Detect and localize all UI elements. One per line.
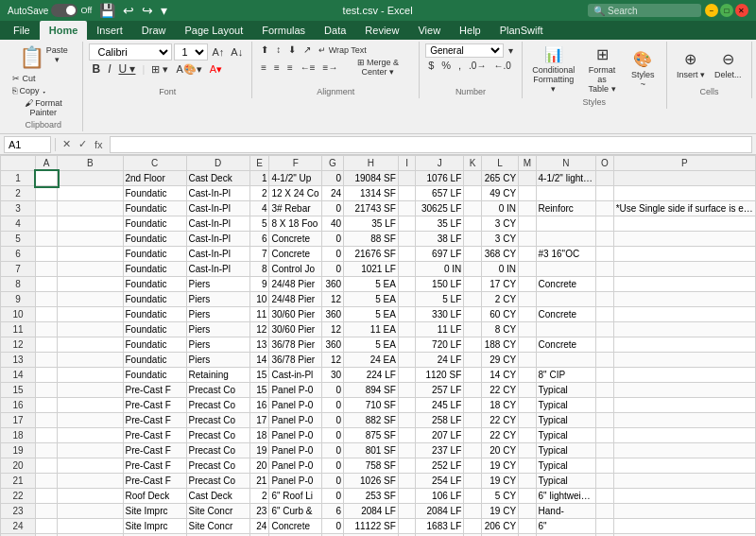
cell-K14[interactable] bbox=[464, 368, 482, 383]
tab-formulas[interactable]: Formulas bbox=[252, 21, 315, 40]
cell-K12[interactable] bbox=[464, 337, 482, 353]
close-button[interactable]: ✕ bbox=[735, 4, 748, 17]
cell-I23[interactable] bbox=[398, 504, 416, 519]
cell-O16[interactable] bbox=[596, 398, 614, 413]
col-F[interactable]: F bbox=[269, 156, 322, 171]
cell-K18[interactable] bbox=[464, 428, 482, 443]
cell-I17[interactable] bbox=[398, 413, 416, 428]
col-E[interactable]: E bbox=[249, 156, 269, 171]
cell-J15[interactable]: 257 LF bbox=[416, 383, 464, 398]
cell-D11[interactable]: Piers bbox=[186, 322, 249, 337]
cell-I14[interactable] bbox=[398, 368, 416, 383]
comma-button[interactable]: , bbox=[455, 59, 464, 72]
cell-A12[interactable] bbox=[36, 337, 58, 353]
cell-O23[interactable] bbox=[596, 504, 614, 519]
cell-O5[interactable] bbox=[596, 232, 614, 247]
cell-E24[interactable]: 24 bbox=[249, 519, 269, 534]
cell-I2[interactable] bbox=[398, 186, 416, 201]
cell-M10[interactable] bbox=[519, 307, 537, 322]
font-size-select[interactable]: 11 bbox=[174, 43, 208, 61]
cell-C15[interactable]: Pre-Cast F bbox=[123, 383, 186, 398]
cell-A6[interactable] bbox=[36, 247, 58, 262]
cell-J2[interactable]: 657 LF bbox=[416, 186, 464, 201]
tab-planswift[interactable]: PlanSwift bbox=[490, 21, 553, 40]
cell-B3[interactable] bbox=[58, 201, 123, 216]
cell-P10[interactable] bbox=[613, 307, 755, 322]
cell-M17[interactable] bbox=[519, 413, 537, 428]
col-O[interactable]: O bbox=[596, 156, 614, 171]
cell-C10[interactable]: Foundatic bbox=[123, 307, 186, 322]
cell-M7[interactable] bbox=[519, 262, 537, 277]
cell-C6[interactable]: Foundatic bbox=[123, 247, 186, 262]
cell-O24[interactable] bbox=[596, 519, 614, 534]
cell-P23[interactable] bbox=[613, 504, 755, 519]
cell-B15[interactable] bbox=[58, 383, 123, 398]
cell-H8[interactable]: 5 EA bbox=[344, 277, 399, 292]
cell-H22[interactable]: 253 SF bbox=[344, 489, 399, 504]
col-N[interactable]: N bbox=[536, 156, 596, 171]
cell-I7[interactable] bbox=[398, 262, 416, 277]
row-header-11[interactable]: 11 bbox=[1, 322, 36, 337]
cell-K15[interactable] bbox=[464, 383, 482, 398]
cell-B7[interactable] bbox=[58, 262, 123, 277]
row-header-20[interactable]: 20 bbox=[1, 458, 36, 474]
cell-E15[interactable]: 15 bbox=[249, 383, 269, 398]
cell-D10[interactable]: Piers bbox=[186, 307, 249, 322]
cell-N11[interactable] bbox=[536, 322, 596, 337]
cell-I10[interactable] bbox=[398, 307, 416, 322]
decrease-indent-button[interactable]: ←≡ bbox=[298, 61, 318, 74]
cell-L12[interactable]: 188 CY bbox=[481, 337, 518, 353]
cell-F1[interactable]: 4-1/2" Up bbox=[269, 171, 322, 186]
cell-L19[interactable]: 20 CY bbox=[481, 443, 518, 458]
cell-O10[interactable] bbox=[596, 307, 614, 322]
cell-L17[interactable]: 22 CY bbox=[481, 413, 518, 428]
col-K[interactable]: K bbox=[464, 156, 482, 171]
cell-N14[interactable]: 8" CIP bbox=[536, 368, 596, 383]
cell-C12[interactable]: Foundatic bbox=[123, 337, 186, 353]
cell-J20[interactable]: 252 LF bbox=[416, 458, 464, 474]
cell-E14[interactable]: 15 bbox=[249, 368, 269, 383]
cell-H15[interactable]: 894 SF bbox=[344, 383, 399, 398]
cell-E12[interactable]: 13 bbox=[249, 337, 269, 353]
cell-D15[interactable]: Precast Co bbox=[186, 383, 249, 398]
row-header-19[interactable]: 19 bbox=[1, 443, 36, 458]
cell-N7[interactable] bbox=[536, 262, 596, 277]
cell-N18[interactable]: Typical bbox=[536, 428, 596, 443]
cell-C5[interactable]: Foundatic bbox=[123, 232, 186, 247]
col-B[interactable]: B bbox=[58, 156, 123, 171]
cell-N20[interactable]: Typical bbox=[536, 458, 596, 474]
cell-I20[interactable] bbox=[398, 458, 416, 474]
row-header-7[interactable]: 7 bbox=[1, 262, 36, 277]
cell-F9[interactable]: 24/48 Pier bbox=[269, 292, 322, 307]
wrap-text-button[interactable]: ↵ Wrap Text bbox=[316, 44, 369, 56]
cell-K21[interactable] bbox=[464, 474, 482, 489]
cell-A8[interactable] bbox=[36, 277, 58, 292]
cell-B1[interactable] bbox=[58, 171, 123, 186]
cell-M16[interactable] bbox=[519, 398, 537, 413]
tab-insert[interactable]: Insert bbox=[87, 21, 132, 40]
italic-button[interactable]: I bbox=[105, 61, 113, 77]
cell-L4[interactable]: 3 CY bbox=[481, 216, 518, 232]
cell-A11[interactable] bbox=[36, 322, 58, 337]
cell-D24[interactable]: Site Concr bbox=[186, 519, 249, 534]
format-painter-button[interactable]: 🖌 Format Painter bbox=[9, 97, 77, 118]
col-A[interactable]: A bbox=[36, 156, 58, 171]
cell-J17[interactable]: 258 LF bbox=[416, 413, 464, 428]
cell-O1[interactable] bbox=[596, 171, 614, 186]
cell-I5[interactable] bbox=[398, 232, 416, 247]
cell-C4[interactable]: Foundatic bbox=[123, 216, 186, 232]
cell-M18[interactable] bbox=[519, 428, 537, 443]
cell-O3[interactable] bbox=[596, 201, 614, 216]
cell-E9[interactable]: 10 bbox=[249, 292, 269, 307]
increase-font-button[interactable]: A↑ bbox=[210, 45, 228, 59]
cell-B20[interactable] bbox=[58, 458, 123, 474]
row-header-15[interactable]: 15 bbox=[1, 383, 36, 398]
cell-L22[interactable]: 5 CY bbox=[481, 489, 518, 504]
cell-O17[interactable] bbox=[596, 413, 614, 428]
cancel-formula-button[interactable]: ✕ bbox=[60, 137, 74, 151]
cell-O19[interactable] bbox=[596, 443, 614, 458]
cell-E20[interactable]: 20 bbox=[249, 458, 269, 474]
bold-button[interactable]: B bbox=[89, 61, 103, 77]
row-header-12[interactable]: 12 bbox=[1, 337, 36, 353]
cell-J6[interactable]: 697 LF bbox=[416, 247, 464, 262]
